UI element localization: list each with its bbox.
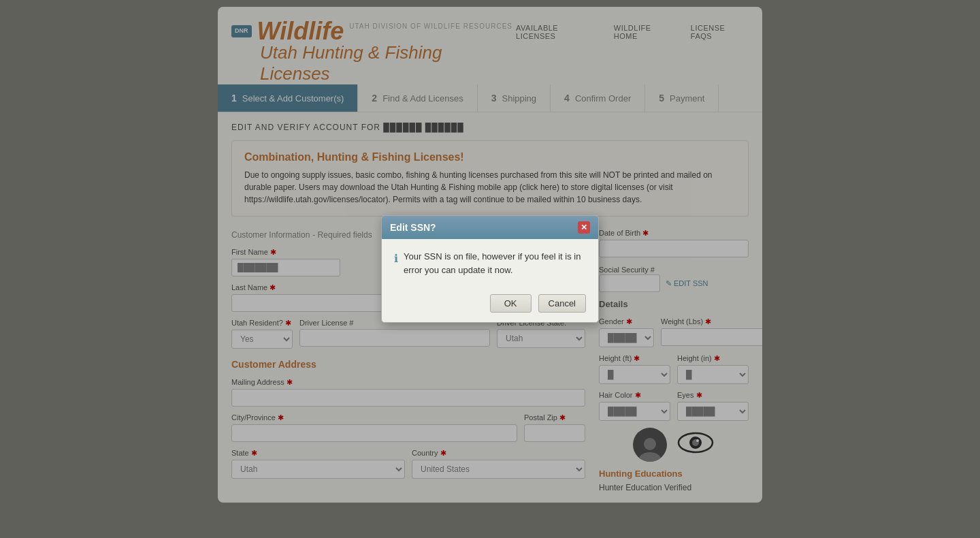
modal-body: ℹ Your SSN is on file, however if you fe… — [382, 239, 598, 287]
modal-title: Edit SSN? — [390, 222, 436, 233]
modal-ok-button[interactable]: OK — [490, 294, 532, 313]
modal-overlay[interactable]: Edit SSN? ✕ ℹ Your SSN is on file, howev… — [0, 0, 980, 538]
modal-cancel-button[interactable]: Cancel — [538, 294, 586, 313]
modal-info-icon: ℹ — [394, 251, 398, 267]
modal-header: Edit SSN? ✕ — [382, 216, 598, 239]
modal-close-button[interactable]: ✕ — [578, 221, 590, 234]
modal-message: Your SSN is on file, however if you feel… — [404, 250, 586, 276]
edit-ssn-modal: Edit SSN? ✕ ℹ Your SSN is on file, howev… — [381, 215, 599, 323]
modal-footer: OK Cancel — [382, 287, 598, 322]
